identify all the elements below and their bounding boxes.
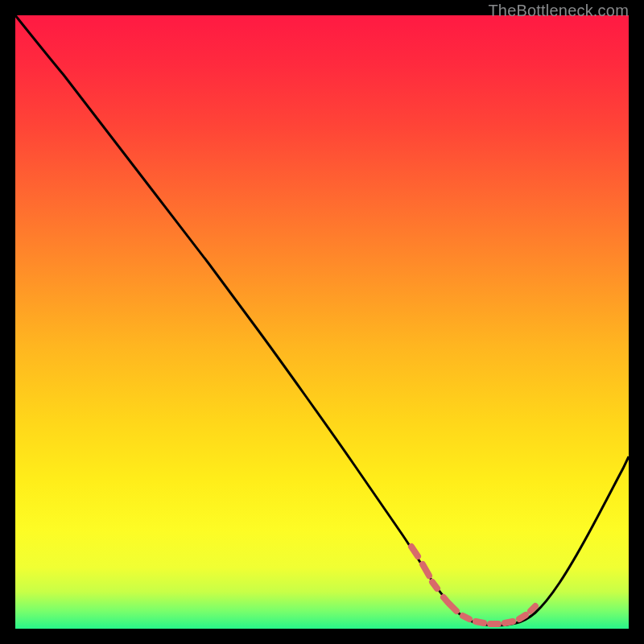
svg-line-8 (505, 621, 513, 623)
svg-line-5 (463, 616, 469, 619)
svg-line-10 (530, 606, 535, 611)
watermark: TheBottleneck.com (488, 2, 629, 20)
svg-line-1 (423, 564, 429, 576)
svg-line-9 (519, 615, 526, 619)
svg-line-3 (444, 597, 448, 603)
svg-line-4 (450, 605, 456, 611)
bottleneck-curve (15, 15, 629, 625)
svg-line-6 (476, 621, 484, 623)
chart-container: TheBottleneck.com (0, 0, 644, 644)
svg-line-0 (411, 547, 418, 556)
svg-line-2 (432, 582, 437, 588)
red-dashed-region (411, 547, 535, 624)
plot-area (15, 15, 629, 629)
curve-svg (15, 15, 629, 629)
